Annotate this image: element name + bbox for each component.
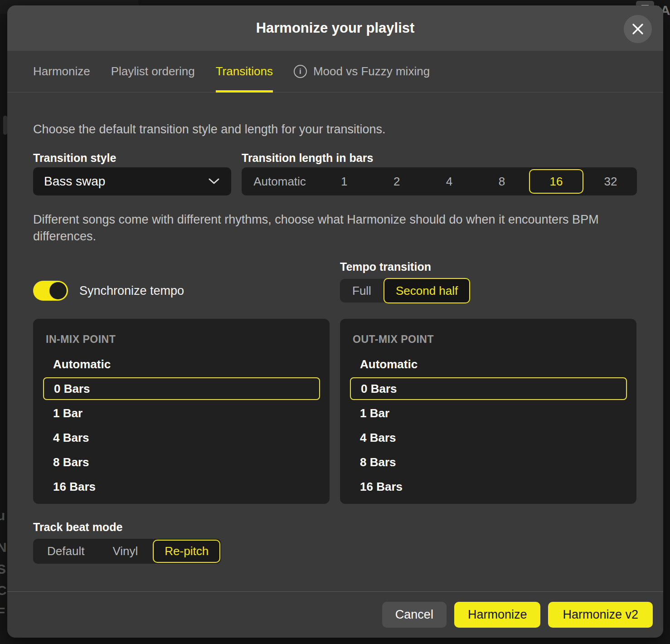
out-mix-option-1-bar[interactable]: 1 Bar (340, 401, 636, 425)
harmonize-dialog: Harmonize your playlist Harmonize Playli… (7, 5, 663, 638)
backdrop-text-fragment: S (0, 561, 6, 577)
backdrop-text-fragment: C (0, 583, 7, 598)
transition-style-select[interactable]: Bass swap (33, 167, 231, 195)
tempo-transition-segmented: Full Second half (340, 279, 470, 302)
harmonize-button[interactable]: Harmonize (454, 602, 541, 628)
beat-mode-option-vinyl[interactable]: Vinyl (98, 539, 152, 564)
dialog-footer: Cancel Harmonize Harmonize v2 (7, 592, 663, 638)
out-mix-option-4-bars[interactable]: 4 Bars (340, 425, 636, 450)
tab-playlist-ordering[interactable]: Playlist ordering (111, 51, 195, 92)
chevron-down-icon (208, 177, 220, 185)
out-mix-point-card: OUT-MIX POINT Automatic 0 Bars 1 Bar 4 B… (340, 319, 636, 504)
in-mix-point-list: Automatic 0 Bars 1 Bar 4 Bars 8 Bars 16 … (33, 352, 330, 499)
synchronize-tempo-toggle[interactable] (33, 281, 68, 301)
in-mix-option-4-bars[interactable]: 4 Bars (33, 425, 330, 450)
length-option-16-selected[interactable]: 16 (529, 169, 583, 194)
transition-length-label: Transition length in bars (242, 151, 373, 165)
in-mix-option-16-bars[interactable]: 16 Bars (33, 474, 330, 499)
in-mix-option-8-bars[interactable]: 8 Bars (33, 450, 330, 474)
transition-length-segmented: Automatic 1 2 4 8 16 32 (242, 167, 637, 195)
length-option-4[interactable]: 4 (423, 167, 476, 195)
info-icon: i (294, 65, 307, 78)
in-mix-point-title: IN-MIX POINT (46, 333, 330, 346)
close-icon (631, 23, 644, 35)
length-option-8[interactable]: 8 (476, 167, 528, 195)
out-mix-point-title: OUT-MIX POINT (353, 333, 636, 346)
bpm-note-text: Different songs come with different rhyt… (33, 211, 622, 245)
beat-mode-option-default[interactable]: Default (33, 539, 98, 564)
dialog-title: Harmonize your playlist (256, 20, 415, 36)
out-mix-option-0-bars-selected[interactable]: 0 Bars (350, 377, 627, 400)
backdrop-text-fragment: F (0, 605, 5, 620)
synchronize-tempo-label: Synchronize tempo (79, 284, 184, 298)
out-mix-point-list: Automatic 0 Bars 1 Bar 4 Bars 8 Bars 16 … (340, 352, 636, 499)
out-mix-option-8-bars[interactable]: 8 Bars (340, 450, 636, 474)
tab-label: Mood vs Fuzzy mixing (313, 64, 430, 78)
in-mix-option-0-bars-selected[interactable]: 0 Bars (43, 377, 320, 400)
toggle-knob (49, 282, 67, 299)
transition-style-value: Bass swap (44, 174, 105, 189)
out-mix-option-16-bars[interactable]: 16 Bars (340, 474, 636, 499)
transition-style-label: Transition style (33, 151, 116, 165)
tab-mood-vs-fuzzy-mixing[interactable]: i Mood vs Fuzzy mixing (294, 51, 430, 92)
tab-label: Harmonize (33, 64, 90, 78)
close-button[interactable] (624, 15, 652, 43)
cancel-button[interactable]: Cancel (382, 602, 447, 628)
beat-mode-option-re-pitch-selected[interactable]: Re-pitch (153, 540, 220, 563)
tab-transitions[interactable]: Transitions (216, 51, 273, 92)
length-option-2[interactable]: 2 (370, 167, 423, 195)
dialog-tab-bar: Harmonize Playlist ordering Transitions … (7, 51, 663, 93)
in-mix-option-automatic[interactable]: Automatic (33, 352, 330, 376)
in-mix-option-1-bar[interactable]: 1 Bar (33, 401, 330, 425)
harmonize-v2-button[interactable]: Harmonize v2 (548, 602, 653, 628)
backdrop-text-fragment: u (0, 508, 5, 523)
length-option-1[interactable]: 1 (318, 167, 370, 195)
tab-label: Transitions (216, 64, 273, 78)
intro-text: Choose the default transition style and … (33, 122, 385, 137)
dialog-header: Harmonize your playlist (7, 5, 663, 51)
synchronize-tempo-row: Synchronize tempo (33, 278, 184, 303)
tab-label: Playlist ordering (111, 64, 195, 78)
in-mix-point-card: IN-MIX POINT Automatic 0 Bars 1 Bar 4 Ba… (33, 319, 330, 504)
tempo-option-second-half-selected[interactable]: Second half (384, 278, 470, 303)
track-beat-mode-segmented: Default Vinyl Re-pitch (33, 539, 221, 564)
backdrop-scrollbar-fragment (3, 116, 7, 135)
tempo-transition-label: Tempo transition (340, 260, 431, 273)
backdrop-text-fragment: N (0, 540, 7, 555)
length-option-automatic[interactable]: Automatic (242, 167, 318, 195)
tab-harmonize[interactable]: Harmonize (33, 51, 90, 92)
length-option-32[interactable]: 32 (584, 167, 637, 195)
track-beat-mode-label: Track beat mode (33, 521, 122, 534)
out-mix-option-automatic[interactable]: Automatic (340, 352, 636, 376)
tempo-option-full[interactable]: Full (340, 279, 384, 302)
